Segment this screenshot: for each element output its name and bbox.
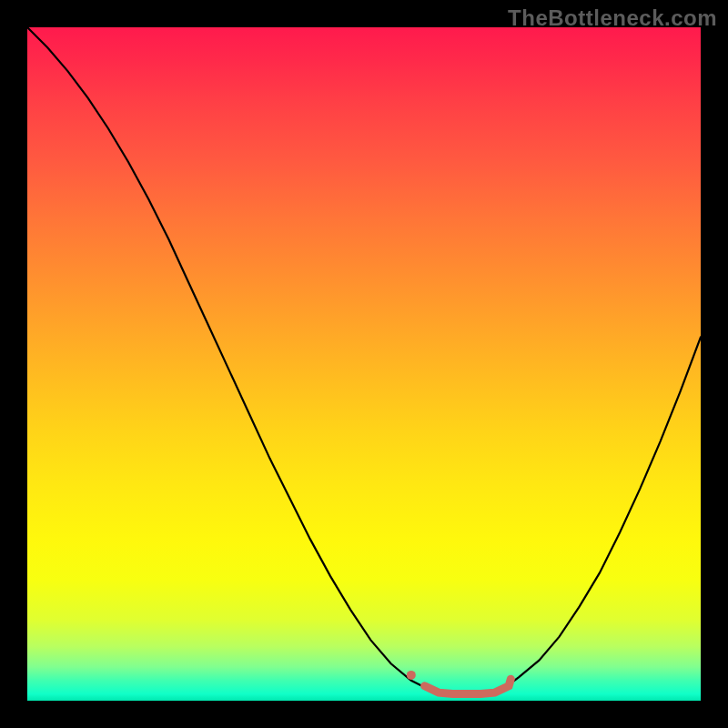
chart-svg (27, 27, 701, 701)
optimal-marker-stroke (425, 679, 511, 693)
optimal-marker-dot (407, 671, 416, 680)
bottleneck-curve (27, 27, 701, 694)
watermark-text: TheBottleneck.com (508, 5, 717, 31)
plot-area (27, 27, 701, 701)
